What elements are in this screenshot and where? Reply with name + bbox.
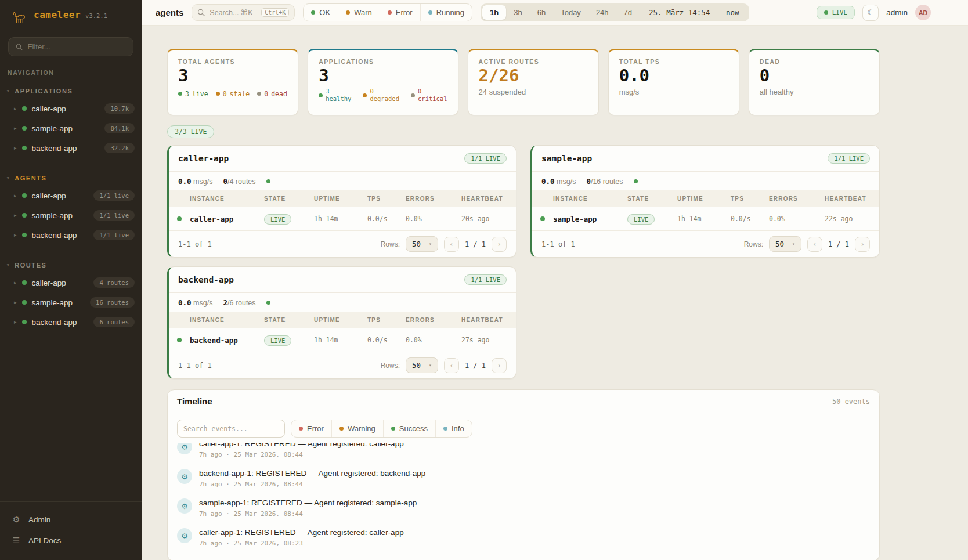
- section-header-agents[interactable]: ▾ AGENTS: [0, 170, 142, 186]
- breakdown-healthy: 3healthy: [319, 88, 351, 103]
- app-stats-line: 0.0 msg/s 0/16 routes: [532, 172, 879, 190]
- stat-breakdown: 3healthy 0degraded 0critical: [319, 88, 447, 103]
- next-page-button[interactable]: ›: [492, 358, 507, 373]
- success-dot-icon: [391, 427, 395, 431]
- sidebar-item-applications-backend-app[interactable]: ▸ backend-app 32.2k: [0, 138, 142, 158]
- sidebar-item-admin[interactable]: ⚙ Admin: [0, 509, 142, 530]
- top-bar: agents Search... ⌘K Ctrl+K OK Warn: [142, 0, 968, 26]
- section-label: ROUTES: [15, 262, 46, 269]
- timeline-filter-warning[interactable]: Warning: [331, 420, 383, 437]
- ok-dot-icon: [311, 10, 315, 15]
- sidebar: cameleer v3.2.1 NAVIGATION ▾ APPLICATION…: [0, 0, 142, 560]
- sidebar-item-applications-caller-app[interactable]: ▸ caller-app 10.7k: [0, 99, 142, 118]
- state-badge: LIVE: [264, 214, 291, 225]
- status-filter-error[interactable]: Error: [380, 4, 420, 21]
- timeline-filter-success[interactable]: Success: [383, 420, 435, 437]
- time-range-7d[interactable]: 7d: [616, 5, 640, 20]
- time-range-1h[interactable]: 1h: [482, 5, 506, 20]
- time-range-24h[interactable]: 24h: [588, 5, 616, 20]
- stat-breakdown: 3live 0stale 0dead: [178, 90, 287, 98]
- prev-page-button[interactable]: ‹: [444, 237, 459, 252]
- cell-errors: 0.0%: [406, 215, 461, 223]
- breakdown-stale: 0stale: [216, 90, 250, 98]
- avatar[interactable]: AD: [915, 5, 931, 20]
- section-header-routes[interactable]: ▾ ROUTES: [0, 257, 142, 273]
- status-filter-ok[interactable]: OK: [304, 4, 338, 21]
- sidebar-filter[interactable]: [8, 37, 133, 56]
- caret-right-icon: ▸: [14, 319, 17, 325]
- status-filter-group: OK Warn Error Running: [303, 3, 472, 21]
- item-badge: 10.7k: [104, 103, 135, 114]
- next-page-button[interactable]: ›: [492, 237, 507, 252]
- caret-right-icon: ▸: [14, 145, 17, 151]
- col-uptime: UPTIME: [314, 196, 367, 202]
- event-title: backend-app-1: REGISTERED — Agent regist…: [199, 469, 425, 478]
- app-stats-line: 0.0 msg/s 2/6 routes: [169, 293, 516, 312]
- timeline-search-input[interactable]: [177, 420, 285, 438]
- table-row[interactable]: caller-app LIVE 1h 14m 0.0/s 0.0% 20s ag…: [169, 207, 516, 231]
- sidebar-item-routes-caller-app[interactable]: ▸ caller-app 4 routes: [0, 273, 142, 292]
- timeline-filter-info[interactable]: Info: [435, 420, 472, 437]
- table-header: INSTANCE STATE UPTIME TPS ERRORS HEARTBE…: [532, 190, 879, 207]
- cell-errors: 0.0%: [769, 215, 825, 223]
- timeline-event[interactable]: ⚙ caller-app-1: REGISTERED — Agent regis…: [177, 523, 870, 552]
- sidebar-item-agents-caller-app[interactable]: ▸ caller-app 1/1 live: [0, 186, 142, 205]
- sidebar-item-agents-backend-app[interactable]: ▸ backend-app 1/1 live: [0, 225, 142, 245]
- sidebar-filter-input[interactable]: [28, 42, 126, 51]
- timeline-events-list[interactable]: ⚙ caller-app-1: REGISTERED — Agent regis…: [168, 443, 879, 560]
- rows-per-page-select[interactable]: 50▾: [406, 236, 438, 252]
- theme-toggle-button[interactable]: ☾: [862, 5, 879, 21]
- stat-value: 2/26: [479, 66, 588, 86]
- col-uptime: UPTIME: [677, 196, 731, 202]
- status-dot: [22, 300, 27, 305]
- date-start: 25. März 14:54: [649, 8, 710, 17]
- health-dot-icon: [266, 301, 270, 305]
- cell-instance: sample-app: [553, 215, 627, 223]
- rows-per-page-label: Rows:: [381, 240, 400, 248]
- table-row[interactable]: backend-app LIVE 1h 14m 0.0/s 0.0% 27s a…: [169, 328, 516, 352]
- health-dot-icon: [634, 179, 638, 183]
- timeline-event[interactable]: ⚙ backend-app-1: REGISTERED — Agent regi…: [177, 464, 870, 493]
- prev-page-button[interactable]: ‹: [444, 358, 459, 373]
- cell-heartbeat: 20s ago: [461, 215, 516, 223]
- col-instance: INSTANCE: [190, 317, 264, 323]
- instance-status-dot: [540, 216, 545, 221]
- time-range-6h[interactable]: 6h: [530, 5, 553, 20]
- rows-per-page-select[interactable]: 50▾: [406, 357, 438, 373]
- col-heartbeat: HEARTBEAT: [461, 196, 516, 202]
- live-status-badge[interactable]: LIVE: [817, 6, 855, 19]
- item-badge: 1/1 live: [93, 210, 135, 221]
- date-range-display[interactable]: 25. März 14:54 — now: [640, 8, 747, 17]
- col-tps: TPS: [367, 317, 406, 323]
- sidebar-item-agents-sample-app[interactable]: ▸ sample-app 1/1 live: [0, 205, 142, 225]
- stale-dot-icon: [216, 92, 220, 96]
- timeline-event[interactable]: ⚙ sample-app-1: REGISTERED — Agent regis…: [177, 493, 870, 523]
- col-heartbeat: HEARTBEAT: [461, 317, 516, 323]
- time-range-today[interactable]: Today: [553, 5, 588, 20]
- gear-icon: ⚙: [177, 528, 192, 543]
- timeline-title: Timeline: [177, 396, 212, 406]
- sidebar-item-routes-backend-app[interactable]: ▸ backend-app 6 routes: [0, 312, 142, 332]
- table-row[interactable]: sample-app LIVE 1h 14m 0.0/s 0.0% 22s ag…: [532, 207, 879, 231]
- status-filter-running[interactable]: Running: [420, 4, 472, 21]
- event-meta: 7h ago · 25 Mar 2026, 08:44: [199, 480, 425, 488]
- sidebar-item-applications-sample-app[interactable]: ▸ sample-app 84.1k: [0, 118, 142, 138]
- timeline-event[interactable]: ⚙ caller-app-1: REGISTERED — Agent regis…: [177, 443, 870, 464]
- stat-card-total-agents: TOTAL AGENTS 3 3live 0stale 0dead: [167, 49, 298, 115]
- page-indicator: 1 / 1: [465, 240, 486, 248]
- section-header-applications[interactable]: ▾ APPLICATIONS: [0, 83, 142, 99]
- status-filter-warn[interactable]: Warn: [338, 4, 380, 21]
- user-name[interactable]: admin: [886, 8, 908, 17]
- sidebar-item-routes-sample-app[interactable]: ▸ sample-app 16 routes: [0, 292, 142, 312]
- prev-page-button[interactable]: ‹: [807, 237, 822, 252]
- app-card-sample-app: sample-app 1/1 LIVE 0.0 msg/s 0/16 route…: [530, 145, 880, 258]
- time-range-3h[interactable]: 3h: [506, 5, 529, 20]
- rows-per-page-select[interactable]: 50▾: [769, 236, 801, 252]
- sidebar-item-api-docs[interactable]: ☰ API Docs: [0, 530, 142, 551]
- col-state: STATE: [627, 196, 677, 202]
- next-page-button[interactable]: ›: [855, 237, 870, 252]
- timeline-filter-error[interactable]: Error: [291, 420, 331, 437]
- global-search[interactable]: Search... ⌘K Ctrl+K: [192, 4, 295, 21]
- stat-subtitle: all healthy: [760, 88, 869, 96]
- stat-value: 3: [319, 66, 447, 86]
